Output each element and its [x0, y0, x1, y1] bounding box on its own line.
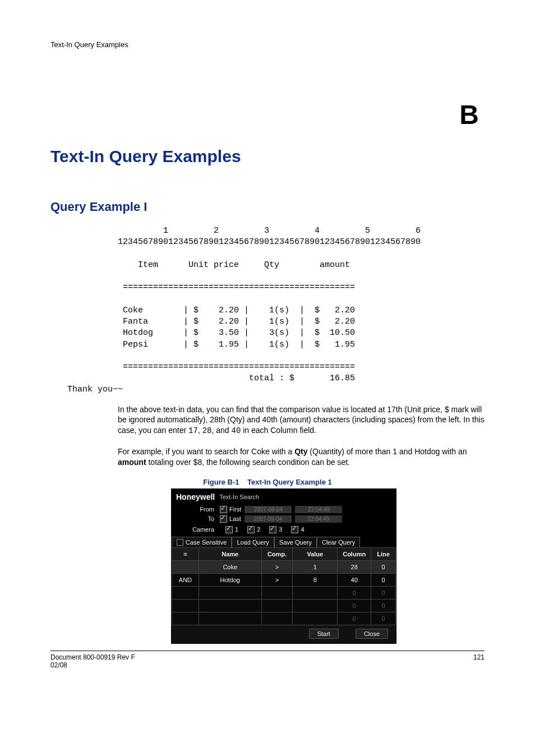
- load-query-tab[interactable]: Load Query: [232, 537, 274, 547]
- cell-line[interactable]: 0: [371, 573, 396, 586]
- cell-comp[interactable]: >: [261, 560, 293, 573]
- text-in-search-dialog: Honeywell Text-In Search From First 2007…: [171, 488, 396, 644]
- camera-1-checkbox[interactable]: 1: [225, 526, 238, 533]
- camera-2-checkbox[interactable]: 2: [247, 526, 260, 533]
- chapter-title: Text-In Query Examples: [50, 147, 485, 166]
- receipt-block: 1 2 3 4 5 6 1234567890123456789012345678…: [118, 225, 485, 385]
- from-time-input[interactable]: 22:04:49: [295, 506, 342, 513]
- running-head: Text-In Query Examples: [50, 40, 485, 49]
- cell-value[interactable]: 1: [293, 560, 338, 573]
- col-comp: Comp.: [261, 547, 293, 560]
- cell-name[interactable]: Coke: [199, 560, 261, 573]
- checkbox-icon: [291, 526, 298, 533]
- cell-column[interactable]: 28: [338, 560, 371, 573]
- table-row[interactable]: AND Hotdog > 8 40 0: [172, 573, 396, 586]
- camera-4-checkbox[interactable]: 4: [291, 526, 304, 533]
- figure-caption: Figure B-1 Text-In Query Example 1: [50, 478, 485, 486]
- first-checkbox[interactable]: First: [220, 506, 241, 513]
- cell-op[interactable]: AND: [172, 573, 199, 586]
- checkbox-icon: [225, 526, 233, 533]
- to-label: To: [175, 515, 216, 522]
- case-sensitive-checkbox[interactable]: Case Sensitive: [172, 537, 232, 547]
- checkbox-icon: [247, 526, 255, 533]
- page-footer: Document 800-00919 Rev F 02/08 121: [50, 651, 485, 669]
- col-name: Name: [199, 547, 261, 560]
- table-row[interactable]: Coke > 1 28 0: [172, 560, 396, 573]
- save-query-tab[interactable]: Save Query: [274, 537, 317, 547]
- paragraph-1: In the above text-in data, you can find …: [118, 404, 485, 437]
- cell-value[interactable]: 8: [293, 573, 338, 586]
- query-table: = Name Comp. Value Column Line Coke > 1 …: [172, 547, 396, 625]
- from-date-input[interactable]: 2007-09-04: [245, 506, 292, 513]
- chapter-letter: B: [50, 99, 479, 130]
- last-checkbox[interactable]: Last: [220, 515, 241, 523]
- table-header-row: = Name Comp. Value Column Line: [172, 547, 396, 560]
- col-op: =: [172, 547, 199, 560]
- close-button[interactable]: Close: [356, 629, 388, 639]
- clear-query-tab[interactable]: Clear Query: [317, 537, 360, 547]
- footer-doc-id: Document 800-00919 Rev F: [50, 653, 135, 661]
- col-line: Line: [371, 547, 396, 560]
- camera-label: Camera: [175, 526, 216, 533]
- checkbox-icon: [177, 539, 183, 546]
- dialog-title-bar: Honeywell Text-In Search: [172, 489, 396, 505]
- paragraph-2: For example, if you want to search for C…: [118, 446, 485, 468]
- checkbox-icon: [269, 526, 276, 533]
- col-column: Column: [338, 547, 371, 560]
- receipt-thank: Thank you~~: [67, 385, 485, 394]
- footer-page-number: 121: [473, 653, 485, 669]
- cell-column[interactable]: 40: [338, 573, 371, 586]
- footer-date: 02/08: [50, 661, 135, 669]
- cell-name[interactable]: Hotdog: [199, 573, 261, 586]
- cell-comp[interactable]: >: [261, 573, 293, 586]
- table-row[interactable]: 00: [172, 612, 396, 625]
- from-label: From: [175, 506, 216, 513]
- checkbox-icon: [220, 515, 227, 523]
- brand-label: Honeywell: [176, 492, 215, 501]
- checkbox-icon: [220, 506, 227, 513]
- cell-line[interactable]: 0: [371, 560, 396, 573]
- section-title: Query Example I: [50, 200, 485, 214]
- start-button[interactable]: Start: [309, 629, 339, 639]
- col-value: Value: [293, 547, 338, 560]
- dialog-subtitle: Text-In Search: [219, 494, 259, 500]
- to-time-input[interactable]: 22:04:49: [295, 515, 342, 523]
- to-date-input[interactable]: 2007-09-04: [245, 515, 292, 523]
- camera-3-checkbox[interactable]: 3: [269, 526, 282, 533]
- table-row[interactable]: 00: [172, 586, 396, 599]
- table-row[interactable]: 00: [172, 599, 396, 612]
- cell-op[interactable]: [172, 560, 199, 573]
